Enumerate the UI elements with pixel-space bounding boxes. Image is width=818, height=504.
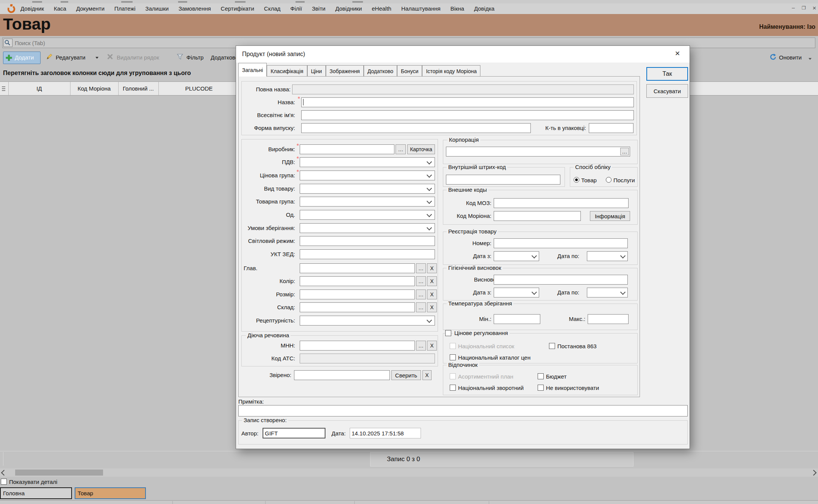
menu-sertyfikaty[interactable]: Сертифікати bbox=[221, 5, 254, 12]
tab-dodatkovo[interactable]: Додатково bbox=[364, 65, 397, 77]
column-header-plucode[interactable]: PLUCODE bbox=[158, 85, 239, 92]
tab-istoriia-kodu-moriona[interactable]: Історія коду Моріона bbox=[422, 65, 480, 77]
menu-kasa[interactable]: Каса bbox=[54, 5, 66, 12]
size-clear-button[interactable]: X bbox=[427, 290, 437, 299]
add-button[interactable]: Додати bbox=[3, 52, 41, 64]
product-group-combobox[interactable] bbox=[300, 197, 435, 207]
window-minimize-button[interactable]: – bbox=[792, 5, 795, 11]
menu-dovidnyky[interactable]: Довідники bbox=[335, 5, 362, 12]
decree-863-checkbox[interactable] bbox=[549, 343, 555, 349]
manufacturer-browse-button[interactable]: … bbox=[396, 144, 406, 154]
national-catalog-checkbox[interactable] bbox=[450, 354, 456, 360]
menu-platezhi[interactable]: Платежі bbox=[114, 5, 136, 12]
light-mode-input[interactable] bbox=[300, 236, 435, 246]
hygiene-conclusion-input[interactable] bbox=[494, 275, 628, 285]
horizontal-scrollbar[interactable] bbox=[0, 468, 818, 477]
internal-barcode-input[interactable] bbox=[446, 175, 560, 185]
menu-zalyshky[interactable]: Залишки bbox=[145, 5, 169, 12]
corporation-input[interactable] bbox=[446, 147, 630, 157]
window-restore-button[interactable]: ❐ bbox=[802, 5, 806, 11]
prescription-combobox[interactable] bbox=[300, 316, 435, 326]
price-group-combobox[interactable] bbox=[300, 171, 435, 180]
accounting-goods-radio[interactable] bbox=[574, 177, 579, 183]
bottom-tab-product[interactable]: Товар bbox=[75, 487, 146, 499]
created-date-input[interactable] bbox=[350, 428, 421, 438]
vat-combobox[interactable] bbox=[300, 157, 435, 167]
menu-vikna[interactable]: Вікна bbox=[450, 5, 465, 12]
column-header-morion-code[interactable]: Код Моріона bbox=[70, 85, 118, 92]
price-regulation-checkbox[interactable] bbox=[445, 330, 451, 336]
scroll-right-icon[interactable] bbox=[811, 470, 817, 476]
name-input[interactable] bbox=[301, 97, 634, 107]
author-input[interactable] bbox=[263, 428, 325, 438]
main-clear-button[interactable]: X bbox=[427, 263, 437, 273]
filter-button[interactable]: Фільтр bbox=[186, 54, 203, 61]
menu-dovidka[interactable]: Довідка bbox=[474, 5, 494, 12]
additional-button[interactable]: Додатково bbox=[211, 54, 238, 61]
color-browse-button[interactable]: … bbox=[416, 276, 426, 286]
refresh-button[interactable]: Оновити bbox=[779, 54, 802, 61]
temp-max-input[interactable] bbox=[588, 314, 629, 324]
unit-combobox[interactable] bbox=[300, 210, 435, 220]
moz-code-input[interactable] bbox=[494, 198, 629, 208]
warehouse-browse-button[interactable]: … bbox=[416, 302, 426, 312]
edit-button[interactable]: Редагувати bbox=[56, 54, 86, 61]
color-clear-button[interactable]: X bbox=[427, 276, 437, 286]
menu-sklad[interactable]: Склад bbox=[264, 5, 280, 12]
size-browse-button[interactable]: … bbox=[416, 290, 426, 299]
menu-nalashtuvannia[interactable]: Налаштування bbox=[401, 5, 441, 12]
menu-filii[interactable]: Філії bbox=[290, 5, 302, 12]
main-input[interactable] bbox=[300, 263, 415, 273]
tab-zahalni[interactable]: Загальні bbox=[238, 63, 267, 77]
window-close-button[interactable]: ✕ bbox=[812, 5, 816, 11]
main-browse-button[interactable]: … bbox=[416, 263, 426, 273]
warehouse-clear-button[interactable]: X bbox=[427, 302, 437, 312]
cancel-button[interactable]: Скасувати bbox=[646, 84, 688, 98]
mnn-browse-button[interactable]: … bbox=[416, 341, 426, 351]
storage-conditions-combobox[interactable] bbox=[300, 223, 435, 233]
menu-dokumenty[interactable]: Документи bbox=[76, 5, 105, 12]
dialog-titlebar[interactable]: Продукт (новий запис) ✕ bbox=[236, 46, 690, 63]
temp-min-input[interactable] bbox=[494, 314, 540, 324]
tab-zobrazhennia[interactable]: Зображення bbox=[326, 65, 364, 77]
budget-checkbox[interactable] bbox=[538, 373, 544, 379]
warehouse-input[interactable] bbox=[300, 302, 415, 312]
column-header-id[interactable]: ІД bbox=[8, 85, 70, 92]
refresh-dropdown-icon[interactable] bbox=[809, 58, 812, 60]
show-details-checkbox[interactable] bbox=[1, 479, 7, 485]
menu-ehealth[interactable]: eHealth bbox=[372, 5, 391, 12]
manufacturer-input[interactable] bbox=[300, 144, 394, 154]
tab-tsiny[interactable]: Ціни bbox=[307, 65, 326, 77]
manufacturer-card-button[interactable]: Карточка bbox=[407, 144, 435, 154]
verified-input[interactable] bbox=[294, 370, 390, 380]
scrollbar-thumb[interactable] bbox=[15, 470, 103, 476]
dialog-close-icon[interactable]: ✕ bbox=[675, 50, 680, 58]
edit-dropdown-icon[interactable] bbox=[95, 57, 99, 59]
ukt-zed-input[interactable] bbox=[300, 249, 435, 259]
world-name-input[interactable] bbox=[301, 110, 634, 120]
color-input[interactable] bbox=[300, 276, 415, 286]
size-input[interactable] bbox=[300, 290, 415, 299]
column-header-main[interactable]: Головний ... bbox=[118, 85, 158, 92]
bottom-tab-home[interactable]: Головна bbox=[0, 487, 72, 499]
tab-bonusy[interactable]: Бонуси bbox=[397, 65, 422, 77]
morion-code-input[interactable] bbox=[494, 211, 581, 221]
verify-button[interactable]: Сверить bbox=[391, 370, 421, 380]
morion-info-button[interactable]: Інформація bbox=[590, 211, 630, 221]
corporation-browse-button[interactable]: … bbox=[620, 148, 629, 155]
ok-button[interactable]: Так bbox=[646, 67, 688, 81]
national-return-checkbox[interactable] bbox=[450, 385, 456, 391]
note-input[interactable] bbox=[238, 405, 688, 416]
accounting-services-radio[interactable] bbox=[606, 177, 612, 183]
verified-clear-button[interactable]: X bbox=[422, 370, 432, 380]
mnn-clear-button[interactable]: X bbox=[427, 341, 437, 351]
pack-qty-input[interactable] bbox=[589, 123, 633, 133]
menu-dovidnyk[interactable]: Довідник bbox=[20, 5, 44, 12]
not-used-checkbox[interactable] bbox=[538, 385, 544, 391]
tab-klasyfikatsiia[interactable]: Класифікація bbox=[267, 65, 307, 77]
menu-zvity[interactable]: Звіти bbox=[312, 5, 325, 12]
mnn-input[interactable] bbox=[300, 341, 415, 351]
product-kind-combobox[interactable] bbox=[300, 184, 435, 194]
registration-number-input[interactable] bbox=[494, 238, 628, 248]
scroll-left-icon[interactable] bbox=[1, 470, 7, 476]
